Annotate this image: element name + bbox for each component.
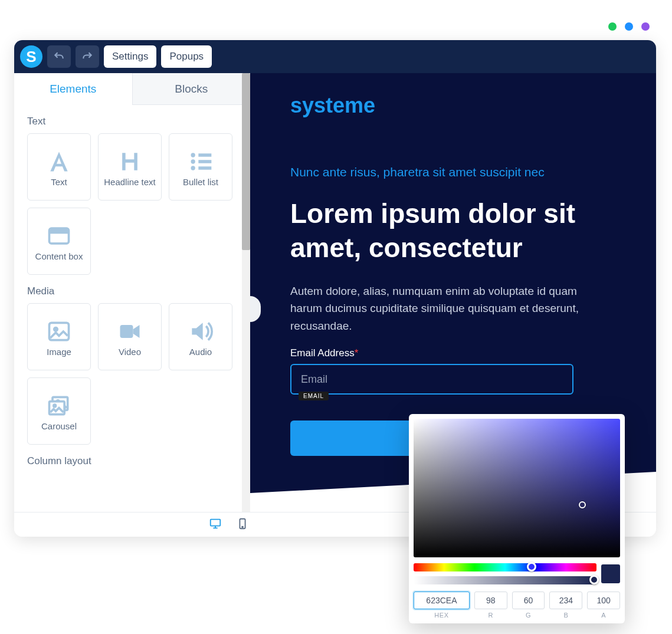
heading-icon: [117, 146, 143, 177]
svg-rect-15: [211, 519, 221, 525]
list-icon: [188, 146, 214, 177]
tile-image[interactable]: Image: [27, 303, 91, 370]
redo-icon: [81, 51, 93, 63]
text-icon: [46, 146, 72, 177]
tile-video-label: Video: [116, 347, 143, 357]
video-icon: [117, 316, 143, 347]
svg-point-0: [191, 153, 195, 157]
email-field-label: Email Address*: [290, 347, 616, 359]
tile-audio-label: Audio: [187, 347, 214, 357]
window-traffic-dots: [608, 22, 650, 31]
email-field-tag: EMAIL: [299, 392, 329, 400]
tile-bullet-list-label: Bullet list: [181, 177, 221, 188]
tile-carousel[interactable]: Carousel: [27, 377, 91, 445]
svg-point-9: [54, 328, 58, 331]
svg-point-4: [191, 166, 195, 170]
dot-blue: [625, 22, 633, 31]
svg-rect-5: [198, 166, 211, 170]
preview-heading[interactable]: Lorem ipsum dolor sit amet, consectetur: [290, 197, 616, 265]
tile-text-label: Text: [48, 177, 70, 188]
panel-drag-handle-icon[interactable]: [250, 296, 261, 322]
redo-button[interactable]: [76, 45, 99, 68]
brand-logo-text: systeme: [290, 93, 616, 118]
svg-point-17: [242, 526, 243, 527]
preview-subheading[interactable]: Nunc ante risus, pharetra sit amet susci…: [290, 165, 616, 179]
tile-content-box-label: Content box: [33, 251, 86, 262]
undo-button[interactable]: [47, 45, 71, 68]
hex-label: HEX: [414, 612, 470, 619]
mobile-icon: [236, 517, 249, 530]
tile-headline-label: Headline text: [101, 177, 158, 188]
sidebar-scroll-track[interactable]: [242, 73, 250, 512]
a-label: A: [587, 612, 620, 619]
svg-rect-10: [120, 325, 133, 338]
section-text-label: Text: [14, 105, 250, 133]
svg-rect-7: [50, 228, 69, 234]
svg-point-2: [191, 159, 195, 163]
email-input[interactable]: Email: [290, 364, 573, 395]
preview-paragraph[interactable]: Autem dolore, alias, numquam enim ab vol…: [290, 282, 597, 334]
b-label: B: [549, 612, 582, 619]
g-label: G: [512, 612, 545, 619]
svg-rect-3: [198, 160, 211, 163]
mobile-preview-button[interactable]: [236, 517, 249, 533]
tile-bullet-list[interactable]: Bullet list: [169, 133, 232, 201]
desktop-icon: [209, 517, 222, 530]
tile-video[interactable]: Video: [98, 303, 162, 370]
elements-sidebar: Elements Blocks Text Text Headline text …: [14, 73, 250, 512]
hex-input[interactable]: [414, 592, 470, 609]
alpha-slider[interactable]: [414, 576, 596, 584]
svg-point-14: [54, 405, 56, 407]
alpha-thumb[interactable]: [589, 575, 599, 584]
tile-image-label: Image: [44, 347, 74, 357]
email-field-label-text: Email Address: [290, 347, 355, 359]
a-input[interactable]: [587, 592, 620, 609]
color-picker-popover: HEX R G B A: [409, 414, 625, 623]
desktop-preview-button[interactable]: [209, 517, 222, 533]
content-box-icon: [46, 221, 72, 251]
svg-rect-1: [198, 153, 211, 157]
section-media-label: Media: [14, 275, 250, 303]
tab-elements[interactable]: Elements: [14, 73, 132, 105]
required-asterisk: *: [355, 347, 359, 359]
saturation-cursor[interactable]: [579, 501, 586, 508]
tile-carousel-label: Carousel: [39, 421, 79, 432]
color-swatch-preview: [601, 564, 620, 583]
tile-content-box[interactable]: Content box: [27, 208, 91, 275]
dot-purple: [641, 22, 650, 31]
tab-blocks[interactable]: Blocks: [132, 73, 251, 105]
popups-button[interactable]: Popups: [161, 45, 212, 68]
saturation-panel[interactable]: [414, 419, 620, 557]
section-column-layout-label: Column layout: [14, 445, 250, 473]
top-toolbar: S Settings Popups: [14, 40, 656, 73]
undo-icon: [53, 51, 65, 63]
r-input[interactable]: [474, 592, 507, 609]
tile-audio[interactable]: Audio: [169, 303, 232, 370]
dot-green: [608, 22, 617, 31]
hue-thumb[interactable]: [527, 562, 536, 571]
sidebar-scroll-thumb[interactable]: [242, 73, 250, 250]
hue-slider[interactable]: [414, 563, 596, 571]
g-input[interactable]: [512, 592, 545, 609]
carousel-icon: [46, 390, 72, 421]
image-icon: [46, 316, 72, 347]
r-label: R: [474, 612, 507, 619]
tile-headline[interactable]: Headline text: [98, 133, 162, 201]
tile-text[interactable]: Text: [27, 133, 91, 201]
b-input[interactable]: [549, 592, 582, 609]
audio-icon: [188, 316, 214, 347]
sidebar-tabs: Elements Blocks: [14, 73, 250, 105]
settings-button[interactable]: Settings: [104, 45, 156, 68]
app-logo-icon[interactable]: S: [20, 45, 42, 68]
